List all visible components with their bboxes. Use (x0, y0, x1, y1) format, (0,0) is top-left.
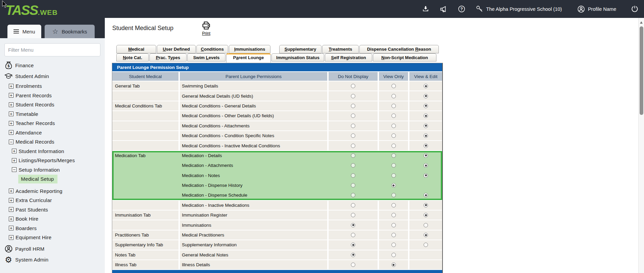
expand-icon[interactable]: + (9, 93, 14, 98)
collapse-icon[interactable]: − (9, 140, 14, 144)
radio-view-edit[interactable] (424, 193, 428, 197)
radio-view-only[interactable] (391, 144, 396, 148)
radio-view-edit[interactable] (424, 173, 428, 178)
radio-view-edit[interactable] (424, 94, 428, 98)
expand-icon[interactable]: + (9, 111, 14, 116)
tab-dispense-cancellation-reason[interactable]: Dispense Cancellation Reason (359, 45, 439, 53)
expand-icon[interactable]: + (12, 149, 17, 153)
radio-view-edit[interactable] (424, 153, 428, 158)
radio-do-not-display[interactable] (351, 84, 355, 88)
tab-immunisation-status[interactable]: Immunisation Status (271, 53, 324, 61)
radio-do-not-display[interactable] (351, 173, 355, 178)
scroll-thumb[interactable] (640, 26, 643, 115)
radio-view-edit[interactable] (424, 213, 428, 217)
radio-do-not-display[interactable] (351, 153, 355, 158)
radio-view-edit[interactable] (424, 144, 428, 148)
radio-view-edit[interactable] (424, 133, 428, 138)
tab-supplementary[interactable]: Supplementary (279, 45, 321, 53)
announcements-icon[interactable] (439, 5, 448, 13)
radio-do-not-display[interactable] (351, 144, 355, 148)
school-selector[interactable]: The Alpha Progressive School (10) (476, 5, 562, 13)
radio-do-not-display[interactable] (351, 104, 355, 108)
sidebar-item-setup-information[interactable]: −Setup Information (0, 165, 105, 175)
radio-do-not-display[interactable] (351, 223, 355, 227)
tab-note-cat-[interactable]: Note Cat. (116, 53, 149, 61)
scroll-up-arrow[interactable] (640, 21, 643, 24)
tab-swim-levels[interactable]: Swim Levels (187, 53, 225, 61)
sidebar-item-enrolments[interactable]: +Enrolments (0, 81, 105, 91)
collapse-icon[interactable]: − (12, 167, 17, 172)
radio-view-only[interactable] (391, 133, 396, 138)
expand-icon[interactable]: + (9, 121, 14, 126)
radio-view-only[interactable] (391, 203, 396, 207)
radio-do-not-display[interactable] (351, 163, 355, 168)
radio-view-only[interactable] (391, 84, 396, 88)
radio-do-not-display[interactable] (351, 203, 355, 207)
radio-view-edit[interactable] (424, 114, 428, 118)
print-button[interactable]: Print (199, 21, 213, 36)
expand-icon[interactable]: + (9, 235, 14, 240)
sidebar-item-parent-records[interactable]: +Parent Records (0, 91, 105, 100)
sidebar-item-listings-reports-merges[interactable]: +Listings/Reports/Merges (0, 156, 105, 165)
tab-non-script-medication[interactable]: Non-Script Medication (373, 53, 436, 61)
sidebar-item-attendance[interactable]: +Attendance (0, 128, 105, 138)
tab-prac-types[interactable]: Prac. Types (149, 53, 187, 61)
radio-view-edit[interactable] (424, 233, 428, 237)
expand-icon[interactable]: + (12, 158, 17, 163)
radio-view-only[interactable] (391, 183, 396, 188)
radio-do-not-display[interactable] (351, 133, 355, 138)
radio-view-only[interactable] (391, 223, 396, 227)
sidebar-item-payroll-hrm[interactable]: Payroll HRM (0, 244, 105, 254)
sidebar-item-extra-curricular[interactable]: +Extra Curricular (0, 196, 105, 205)
logout-icon[interactable] (631, 5, 639, 13)
sidebar-item-system-admin[interactable]: ⚙System Admin (0, 254, 105, 265)
expand-icon[interactable]: + (9, 189, 14, 193)
expand-icon[interactable]: + (9, 226, 14, 230)
radio-do-not-display[interactable] (351, 213, 355, 217)
radio-view-edit[interactable] (424, 243, 428, 247)
vertical-scrollbar[interactable] (638, 18, 644, 273)
tab-bookmarks[interactable]: ☆ Bookmarks (45, 25, 95, 38)
expand-icon[interactable]: + (9, 217, 14, 221)
sidebar-item-student-admin[interactable]: Student Admin (0, 71, 105, 81)
tab-conditions[interactable]: Conditions (196, 45, 228, 53)
expand-icon[interactable]: + (9, 198, 14, 203)
filter-menu-input[interactable] (4, 43, 100, 56)
radio-do-not-display[interactable] (351, 263, 355, 267)
radio-do-not-display[interactable] (351, 183, 355, 188)
expand-icon[interactable]: + (9, 130, 14, 135)
tab-medical[interactable]: Medical (116, 45, 156, 53)
tab-menu[interactable]: Menu (7, 25, 41, 38)
expand-icon[interactable]: + (9, 84, 14, 89)
radio-view-edit[interactable] (424, 223, 428, 227)
radio-view-only[interactable] (391, 193, 396, 197)
tab-immunisations[interactable]: Immunisations (229, 45, 270, 53)
help-icon[interactable]: ? (458, 5, 466, 13)
sidebar-item-boarders[interactable]: +Boarders (0, 224, 105, 233)
radio-view-only[interactable] (391, 233, 396, 237)
radio-view-only[interactable] (391, 253, 396, 257)
sidebar-item-student-information[interactable]: +Student Information (0, 147, 105, 156)
sidebar-item-past-students[interactable]: +Past Students (0, 205, 105, 215)
tab-treatments[interactable]: Treatments (322, 45, 359, 53)
sidebar-item-medical-setup[interactable]: Medical Setup (0, 174, 105, 184)
tab-user-defined[interactable]: User Defined (157, 45, 196, 53)
radio-do-not-display[interactable] (351, 243, 355, 247)
sidebar-item-student-records[interactable]: +Student Records (0, 100, 105, 109)
radio-view-only[interactable] (391, 114, 396, 118)
expand-icon[interactable]: + (9, 207, 14, 212)
expand-icon[interactable]: + (9, 102, 14, 107)
radio-view-edit[interactable] (424, 203, 428, 207)
radio-view-only[interactable] (391, 173, 396, 178)
radio-do-not-display[interactable] (351, 233, 355, 237)
radio-view-only[interactable] (391, 94, 396, 98)
radio-view-only[interactable] (391, 124, 396, 128)
radio-view-only[interactable] (391, 243, 396, 247)
radio-do-not-display[interactable] (351, 114, 355, 118)
download-icon[interactable] (422, 5, 429, 13)
radio-do-not-display[interactable] (351, 124, 355, 128)
sidebar-item-timetable[interactable]: +Timetable (0, 109, 105, 119)
tab-parent-lounge[interactable]: Parent Lounge (226, 53, 271, 63)
sidebar-item-academic-reporting[interactable]: +Academic Reporting (0, 187, 105, 196)
radio-view-edit[interactable] (424, 124, 428, 128)
